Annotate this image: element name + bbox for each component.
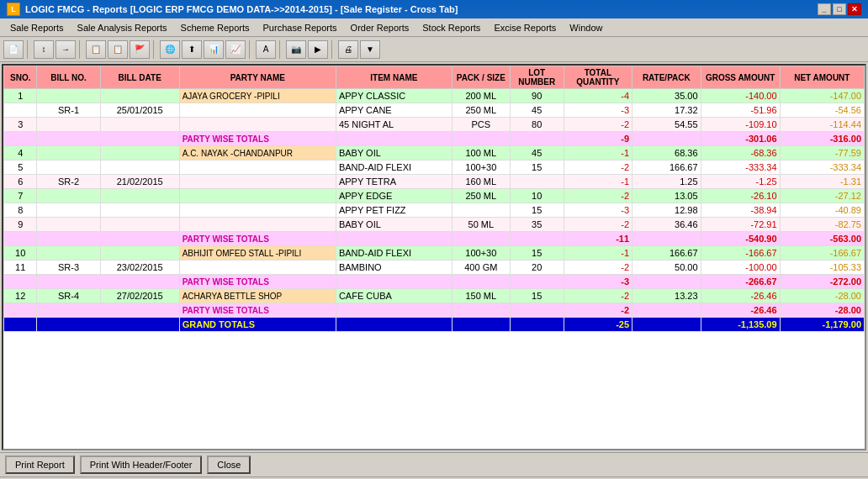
cell-item: BAND-AID FLEXI (336, 161, 452, 175)
menu-order-reports[interactable]: Order Reports (344, 21, 416, 34)
party-totals-item (336, 303, 452, 318)
cell-rate: 1.25 (632, 175, 701, 189)
maximize-button[interactable]: □ (833, 3, 846, 15)
menu-excise-reports[interactable]: Excise Reports (487, 21, 563, 34)
cell-bill: SR-4 (37, 289, 100, 303)
cell-pack: 400 GM (452, 261, 510, 275)
grand-totals-item (336, 318, 452, 332)
toolbar-print-btn[interactable]: 🖨 (338, 40, 358, 59)
cell-qty: -3 (564, 103, 632, 118)
cell-net: -54.56 (780, 103, 864, 118)
cell-party: A.C. NAYAK -CHANDANPUR (179, 146, 336, 161)
header-item: ITEM NAME (336, 66, 452, 89)
main-content: SNO. BILL NO. BILL DATE PARTY NAME ITEM … (2, 64, 866, 450)
party-totals-bill (37, 303, 179, 318)
cell-gross: -333.34 (701, 161, 780, 175)
cell-rate: 13.23 (632, 289, 701, 303)
toolbar-btn-1[interactable]: 📄 (3, 40, 24, 59)
cell-gross: -100.00 (701, 261, 780, 275)
toolbar-bar-chart-btn[interactable]: 📈 (225, 40, 246, 59)
toolbar-text-btn[interactable]: A (256, 40, 276, 59)
table-row: 10 ABHIJIT OMFED STALL -PIPILI BAND-AID … (4, 246, 865, 261)
cell-rate: 13.05 (632, 189, 701, 203)
menu-purchase-reports[interactable]: Purchase Reports (257, 21, 344, 34)
menu-sale-reports[interactable]: Sale Reports (3, 21, 71, 34)
cell-net: -27.12 (780, 189, 864, 203)
cell-sno: 11 (4, 261, 37, 275)
party-totals-item (336, 132, 452, 146)
cell-party (179, 161, 336, 175)
cell-sno: 1 (4, 89, 37, 103)
menu-stock-reports[interactable]: Stock Reports (415, 21, 487, 34)
toolbar-chart-btn[interactable]: 📊 (204, 40, 224, 59)
cell-gross: -26.10 (701, 189, 780, 203)
cell-qty: -2 (564, 261, 632, 275)
separator-4 (249, 40, 252, 59)
toolbar-flag-btn[interactable]: 🚩 (130, 40, 150, 59)
cell-bill (37, 246, 100, 261)
party-totals-pack (452, 132, 510, 146)
cell-bill (37, 203, 100, 218)
cell-party: ABHIJIT OMFED STALL -PIPILI (179, 246, 336, 261)
toolbar-print2-btn[interactable]: ▼ (360, 40, 380, 59)
cell-party (179, 203, 336, 218)
print-report-button[interactable]: Print Report (5, 455, 75, 474)
party-totals-sno (4, 303, 37, 318)
cell-item: BAMBINO (336, 261, 452, 275)
cell-pack: 100+30 (452, 246, 510, 261)
cell-item: APPY EDGE (336, 189, 452, 203)
cell-sno: 6 (4, 175, 37, 189)
cell-lot: 10 (510, 189, 564, 203)
cell-pack: 250 ML (452, 189, 510, 203)
separator-3 (153, 40, 156, 59)
party-totals-label: PARTY WISE TOTALS (179, 275, 336, 289)
toolbar-paste-btn[interactable]: 📋 (108, 40, 128, 59)
party-totals-net: -28.00 (780, 303, 864, 318)
cell-rate: 50.00 (632, 261, 701, 275)
table-container[interactable]: SNO. BILL NO. BILL DATE PARTY NAME ITEM … (3, 66, 865, 450)
cell-pack: 100+30 (452, 161, 510, 175)
table-row: 4 A.C. NAYAK -CHANDANPUR BABY OIL 100 ML… (4, 146, 865, 161)
cell-rate: 35.00 (632, 89, 701, 103)
toolbar-copy-btn[interactable]: 📋 (86, 40, 106, 59)
cell-party (179, 175, 336, 189)
cell-party (179, 218, 336, 232)
cell-item: APPY TETRA (336, 175, 452, 189)
cell-pack: 250 ML (452, 103, 510, 118)
party-totals-gross: -26.46 (701, 303, 780, 318)
table-row: SR-1 25/01/2015 APPY CANE 250 ML 45 -3 1… (4, 103, 865, 118)
party-totals-net: -563.00 (780, 232, 864, 246)
cell-pack: 50 ML (452, 218, 510, 232)
minimize-button[interactable]: _ (818, 3, 831, 15)
toolbar-web-btn[interactable]: 🌐 (160, 40, 180, 59)
cell-rate: 36.46 (632, 218, 701, 232)
toolbar-arrow-btn[interactable]: ▶ (308, 40, 328, 59)
cell-party (179, 261, 336, 275)
cell-date: 23/02/2015 (100, 261, 179, 275)
print-header-button[interactable]: Print With Header/Footer (80, 455, 203, 474)
close-button[interactable]: ✕ (848, 3, 861, 15)
party-totals-pack (452, 275, 510, 289)
cell-date (100, 118, 179, 132)
cell-party (179, 189, 336, 203)
cell-gross: -38.94 (701, 203, 780, 218)
cell-lot: 45 (510, 103, 564, 118)
toolbar-sort-btn[interactable]: ↕ (34, 40, 54, 59)
menu-scheme-reports[interactable]: Scheme Reports (174, 21, 257, 34)
cell-lot: 15 (510, 203, 564, 218)
cell-date: 27/02/2015 (100, 289, 179, 303)
menu-sale-analysis[interactable]: Sale Analysis Reports (71, 21, 174, 34)
party-totals-net: -316.00 (780, 132, 864, 146)
toolbar-up-btn[interactable]: ⬆ (182, 40, 202, 59)
party-totals-pack (452, 232, 510, 246)
close-report-button[interactable]: Close (207, 455, 251, 474)
cell-pack: 150 ML (452, 289, 510, 303)
menu-window[interactable]: Window (563, 21, 609, 34)
toolbar-camera-btn[interactable]: 📷 (286, 40, 306, 59)
cell-qty: -4 (564, 89, 632, 103)
party-totals-row: PARTY WISE TOTALS -11 -540.90 -563.00 (4, 232, 865, 246)
toolbar-sort-arrow[interactable]: → (56, 40, 76, 59)
data-table: SNO. BILL NO. BILL DATE PARTY NAME ITEM … (3, 66, 865, 332)
table-row: 5 BAND-AID FLEXI 100+30 15 -2 166.67 -33… (4, 161, 865, 175)
cell-item: BAND-AID FLEXI (336, 246, 452, 261)
